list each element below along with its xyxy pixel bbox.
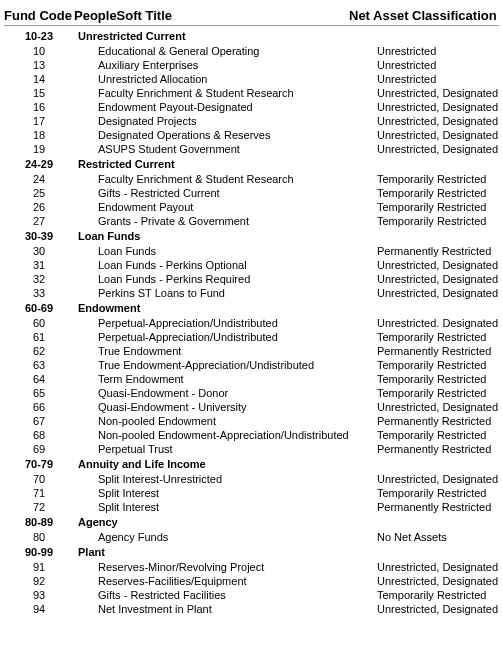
cell-net-asset-class: Permanently Restricted [373, 245, 503, 257]
cell-net-asset-class: Unrestricted. Designated [373, 317, 503, 329]
cell-peoplesoft-title: Perpetual Trust [74, 443, 373, 455]
section-range: 80-89 [4, 516, 74, 528]
cell-fund-code: 25 [4, 187, 74, 199]
cell-peoplesoft-title: Perpetual-Appreciation/Undistributed [74, 317, 373, 329]
cell-peoplesoft-title: Split Interest [74, 487, 373, 499]
section-class-empty [353, 546, 501, 558]
table-row: 61Perpetual-Appreciation/UndistributedTe… [4, 330, 499, 344]
cell-net-asset-class: Unrestricted [373, 73, 503, 85]
cell-peoplesoft-title: Perpetual-Appreciation/Undistributed [74, 331, 373, 343]
cell-fund-code: 91 [4, 561, 74, 573]
cell-fund-code: 17 [4, 115, 74, 127]
table-row: 14Unrestricted AllocationUnrestricted [4, 72, 499, 86]
section-label: Agency [74, 516, 353, 528]
section-range: 60-69 [4, 302, 74, 314]
cell-peoplesoft-title: Net Investment in Plant [74, 603, 373, 615]
cell-net-asset-class: Temporarily Restricted [373, 359, 503, 371]
section-header: 10-23Unrestricted Current [4, 28, 499, 44]
cell-fund-code: 33 [4, 287, 74, 299]
cell-fund-code: 16 [4, 101, 74, 113]
cell-fund-code: 66 [4, 401, 74, 413]
cell-fund-code: 64 [4, 373, 74, 385]
cell-net-asset-class: Temporarily Restricted [373, 187, 503, 199]
section-label: Plant [74, 546, 353, 558]
table-row: 30Loan FundsPermanently Restricted [4, 244, 499, 258]
section-label: Annuity and Life Income [74, 458, 353, 470]
cell-net-asset-class: Temporarily Restricted [373, 487, 503, 499]
cell-peoplesoft-title: Split Interest [74, 501, 373, 513]
cell-fund-code: 93 [4, 589, 74, 601]
cell-peoplesoft-title: Loan Funds - Perkins Optional [74, 259, 373, 271]
section-label: Endowment [74, 302, 353, 314]
section-class-empty [353, 30, 501, 42]
cell-fund-code: 71 [4, 487, 74, 499]
section-class-empty [353, 458, 501, 470]
table-row: 18Designated Operations & ReservesUnrest… [4, 128, 499, 142]
section-header: 90-99Plant [4, 544, 499, 560]
cell-peoplesoft-title: Quasi-Endowment - Donor [74, 387, 373, 399]
table-row: 91Reserves-Minor/Revolving ProjectUnrest… [4, 560, 499, 574]
cell-net-asset-class: No Net Assets [373, 531, 503, 543]
cell-fund-code: 26 [4, 201, 74, 213]
cell-net-asset-class: Unrestricted [373, 45, 503, 57]
cell-net-asset-class: Unrestricted, Designated [373, 575, 503, 587]
cell-net-asset-class: Permanently Restricted [373, 345, 503, 357]
table-row: 70Split Interest-UnrestrictedUnrestricte… [4, 472, 499, 486]
cell-fund-code: 67 [4, 415, 74, 427]
cell-peoplesoft-title: Loan Funds - Perkins Required [74, 273, 373, 285]
cell-net-asset-class: Temporarily Restricted [373, 201, 503, 213]
cell-fund-code: 61 [4, 331, 74, 343]
cell-fund-code: 72 [4, 501, 74, 513]
cell-net-asset-class: Temporarily Restricted [373, 373, 503, 385]
cell-fund-code: 80 [4, 531, 74, 543]
cell-net-asset-class: Unrestricted, Designated [373, 603, 503, 615]
section-label: Loan Funds [74, 230, 353, 242]
section-header: 70-79Annuity and Life Income [4, 456, 499, 472]
section-header: 24-29Restricted Current [4, 156, 499, 172]
cell-net-asset-class: Temporarily Restricted [373, 387, 503, 399]
cell-peoplesoft-title: Reserves-Facilities/Equipment [74, 575, 373, 587]
cell-peoplesoft-title: Endowment Payout-Designated [74, 101, 373, 113]
cell-peoplesoft-title: Term Endowment [74, 373, 373, 385]
table-row: 64Term EndowmentTemporarily Restricted [4, 372, 499, 386]
cell-peoplesoft-title: Unrestricted Allocation [74, 73, 373, 85]
cell-net-asset-class: Unrestricted, Designated [373, 273, 503, 285]
header-net-asset-class: Net Asset Classification [349, 8, 497, 23]
cell-net-asset-class: Unrestricted, Designated [373, 561, 503, 573]
cell-peoplesoft-title: Gifts - Restricted Current [74, 187, 373, 199]
section-class-empty [353, 158, 501, 170]
cell-fund-code: 62 [4, 345, 74, 357]
cell-fund-code: 92 [4, 575, 74, 587]
cell-fund-code: 60 [4, 317, 74, 329]
cell-fund-code: 13 [4, 59, 74, 71]
section-header: 30-39Loan Funds [4, 228, 499, 244]
cell-fund-code: 27 [4, 215, 74, 227]
cell-fund-code: 65 [4, 387, 74, 399]
table-row: 17Designated ProjectsUnrestricted, Desig… [4, 114, 499, 128]
cell-peoplesoft-title: True Endowment-Appreciation/Undistribute… [74, 359, 373, 371]
table-row: 92Reserves-Facilities/EquipmentUnrestric… [4, 574, 499, 588]
cell-net-asset-class: Unrestricted, Designated [373, 87, 503, 99]
cell-peoplesoft-title: Endowment Payout [74, 201, 373, 213]
cell-fund-code: 30 [4, 245, 74, 257]
cell-net-asset-class: Permanently Restricted [373, 415, 503, 427]
cell-peoplesoft-title: True Endowment [74, 345, 373, 357]
section-header: 60-69Endowment [4, 300, 499, 316]
cell-net-asset-class: Unrestricted, Designated [373, 287, 503, 299]
table-row: 69Perpetual TrustPermanently Restricted [4, 442, 499, 456]
table-row: 15Faculty Enrichment & Student ResearchU… [4, 86, 499, 100]
cell-peoplesoft-title: Split Interest-Unrestricted [74, 473, 373, 485]
table-row: 62True EndowmentPermanently Restricted [4, 344, 499, 358]
cell-peoplesoft-title: ASUPS Student Government [74, 143, 373, 155]
table-row: 63True Endowment-Appreciation/Undistribu… [4, 358, 499, 372]
section-label: Restricted Current [74, 158, 353, 170]
cell-net-asset-class: Unrestricted, Designated [373, 143, 503, 155]
table-row: 13Auxiliary EnterprisesUnrestricted [4, 58, 499, 72]
cell-fund-code: 69 [4, 443, 74, 455]
cell-fund-code: 14 [4, 73, 74, 85]
table-row: 33Perkins ST Loans to FundUnrestricted, … [4, 286, 499, 300]
cell-net-asset-class: Temporarily Restricted [373, 429, 503, 441]
cell-peoplesoft-title: Grants - Private & Government [74, 215, 373, 227]
table-row: 66Quasi-Endowment - UniversityUnrestrict… [4, 400, 499, 414]
table-header-row: Fund Code PeopleSoft Title Net Asset Cla… [4, 8, 499, 26]
